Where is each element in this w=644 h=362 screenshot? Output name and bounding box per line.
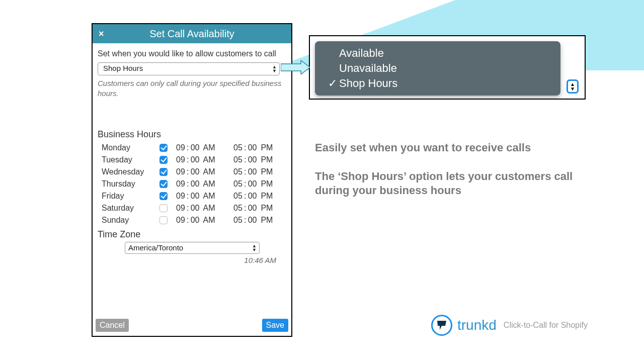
- close-time[interactable]: 05 : 00 PM: [233, 204, 284, 213]
- hours-row: Monday09 : 00 AM05 : 00 PM: [98, 142, 286, 154]
- cancel-button[interactable]: Cancel: [96, 319, 129, 332]
- open-time[interactable]: 09 : 00 AM: [173, 216, 233, 225]
- marketing-line-1: Easily set when you want to receive call…: [315, 141, 587, 155]
- day-enabled-checkbox[interactable]: [159, 192, 168, 200]
- current-time: 10:46 AM: [98, 256, 286, 264]
- option-label: Available: [339, 46, 384, 61]
- timezone-select-wrap: America/Toronto ▲▼: [125, 242, 260, 254]
- call-availability-panel: × Set Call Availability Set when you wou…: [92, 23, 292, 337]
- marketing-line-2: The ‘Shop Hours’ option lets your custom…: [315, 169, 587, 198]
- hours-row: Friday09 : 00 AM05 : 00 PM: [98, 190, 286, 202]
- hours-row: Sunday09 : 00 AM05 : 00 PM: [98, 214, 286, 226]
- day-enabled-checkbox[interactable]: [159, 156, 168, 164]
- option-label: Shop Hours: [339, 76, 397, 91]
- business-hours-grid: Monday09 : 00 AM05 : 00 PMTuesday09 : 00…: [98, 142, 286, 226]
- close-time[interactable]: 05 : 00 PM: [233, 143, 284, 152]
- brand-tagline: Click-to-Call for Shopify: [504, 321, 588, 330]
- checkmark-icon: ✓: [328, 76, 339, 91]
- day-label: Monday: [98, 143, 154, 152]
- day-enabled-checkbox[interactable]: [159, 180, 168, 188]
- option-label: Unavailable: [339, 61, 397, 76]
- availability-dropdown-zoom: Available Unavailable ✓Shop Hours ▲▼: [309, 35, 586, 100]
- timezone-title: Time Zone: [98, 229, 286, 240]
- day-label: Friday: [98, 192, 154, 201]
- day-enabled-checkbox[interactable]: [159, 144, 168, 152]
- arrow-icon: [281, 60, 310, 74]
- day-label: Wednesday: [98, 167, 154, 176]
- trunkd-logo-icon: [431, 315, 452, 336]
- close-time[interactable]: 05 : 00 PM: [233, 179, 284, 189]
- availability-option-unavailable[interactable]: Unavailable: [328, 61, 550, 76]
- svg-marker-0: [281, 60, 310, 74]
- day-enabled-checkbox[interactable]: [159, 216, 168, 224]
- availability-hint: Customers can only call during your spec…: [98, 78, 286, 98]
- brand-name: trunkd: [457, 317, 497, 333]
- open-time[interactable]: 09 : 00 AM: [173, 179, 233, 189]
- business-hours-title: Business Hours: [98, 129, 286, 140]
- panel-description: Set when you would like to allow custome…: [98, 49, 286, 58]
- timezone-select[interactable]: America/Toronto: [125, 242, 260, 254]
- hours-row: Wednesday09 : 00 AM05 : 00 PM: [98, 166, 286, 178]
- open-time[interactable]: 09 : 00 AM: [173, 167, 233, 176]
- availability-option-available[interactable]: Available: [328, 46, 550, 61]
- availability-option-shop-hours[interactable]: ✓Shop Hours: [328, 76, 550, 91]
- hours-row: Saturday09 : 00 AM05 : 00 PM: [98, 202, 286, 214]
- availability-dropdown-menu: Available Unavailable ✓Shop Hours: [315, 41, 560, 96]
- save-button[interactable]: Save: [262, 319, 288, 332]
- open-time[interactable]: 09 : 00 AM: [173, 192, 233, 201]
- hours-row: Tuesday09 : 00 AM05 : 00 PM: [98, 154, 286, 166]
- close-time[interactable]: 05 : 00 PM: [233, 155, 284, 164]
- close-time[interactable]: 05 : 00 PM: [233, 192, 284, 201]
- close-icon[interactable]: ×: [99, 29, 104, 39]
- close-time[interactable]: 05 : 00 PM: [233, 167, 284, 176]
- day-enabled-checkbox[interactable]: [159, 204, 168, 212]
- availability-select-wrap: Shop Hours ▲▼: [98, 62, 280, 75]
- select-arrows-icon: ▲▼: [567, 79, 579, 94]
- day-label: Tuesday: [98, 155, 154, 164]
- open-time[interactable]: 09 : 00 AM: [173, 143, 233, 152]
- open-time[interactable]: 09 : 00 AM: [173, 204, 233, 213]
- day-label: Thursday: [98, 179, 154, 189]
- availability-select[interactable]: Shop Hours: [98, 62, 280, 75]
- brand: trunkd Click-to-Call for Shopify: [431, 315, 588, 336]
- close-time[interactable]: 05 : 00 PM: [233, 216, 284, 225]
- open-time[interactable]: 09 : 00 AM: [173, 155, 233, 164]
- day-enabled-checkbox[interactable]: [159, 168, 168, 176]
- panel-title: Set Call Availability: [149, 28, 234, 40]
- panel-titlebar: × Set Call Availability: [93, 24, 291, 43]
- panel-footer: Cancel Save: [93, 319, 291, 336]
- marketing-text: Easily set when you want to receive call…: [315, 141, 587, 212]
- hours-row: Thursday09 : 00 AM05 : 00 PM: [98, 178, 286, 190]
- day-label: Sunday: [98, 216, 154, 225]
- panel-body: Set when you would like to allow custome…: [93, 43, 291, 319]
- day-label: Saturday: [98, 204, 154, 213]
